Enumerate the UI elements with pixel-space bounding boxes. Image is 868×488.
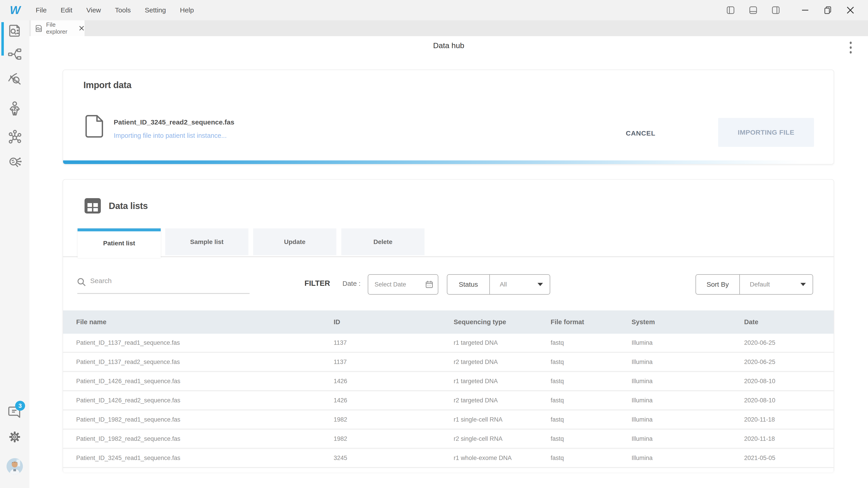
cell-sequencing-type: r1 targeted DNA xyxy=(454,372,498,390)
col-system: System xyxy=(631,311,655,334)
active-tool-indicator xyxy=(1,22,4,56)
cell-id: 1982 xyxy=(334,411,347,429)
cell-system: Illumina xyxy=(631,430,653,448)
date-filter-label: Date : xyxy=(342,280,361,287)
minimize-icon[interactable] xyxy=(801,6,810,15)
partial-row xyxy=(63,468,834,473)
status-value: All xyxy=(500,281,507,288)
chevron-down-icon xyxy=(537,283,543,286)
cell-system: Illumina xyxy=(631,334,653,352)
file-explorer-icon[interactable] xyxy=(7,23,22,37)
cell-id: 1137 xyxy=(334,334,347,352)
divider xyxy=(489,275,490,294)
cell-date: 2021-05-05 xyxy=(744,449,775,467)
cell-file-format: fastq xyxy=(551,391,564,410)
patient-analysis-icon[interactable] xyxy=(7,101,22,116)
messages-icon[interactable]: 3 xyxy=(7,404,22,419)
tabs-divider xyxy=(63,256,834,257)
panel-right-icon[interactable] xyxy=(771,6,780,15)
menu-setting[interactable]: Setting xyxy=(145,6,166,14)
importing-file-name: Patient_ID_3245_read2_sequence.fas xyxy=(114,119,235,126)
table-row[interactable]: Patient_ID_1426_read2_sequence.fas 1426 … xyxy=(63,391,834,410)
sort-by-value: Default xyxy=(750,281,770,288)
status-label: Status xyxy=(447,281,489,288)
cell-file-name: Patient_ID_1982_read1_sequence.fas xyxy=(76,411,180,429)
cell-file-name: Patient_ID_1426_read1_sequence.fas xyxy=(76,372,180,390)
chevron-down-icon xyxy=(800,283,806,286)
table-row[interactable]: Patient_ID_1982_read1_sequence.fas 1982 … xyxy=(63,411,834,429)
table-row[interactable]: Patient_ID_1982_read2_sequence.fas 1982 … xyxy=(63,430,834,448)
user-avatar[interactable] xyxy=(6,458,23,475)
tab-label: File explorer xyxy=(46,21,74,35)
cell-system: Illumina xyxy=(631,391,653,410)
cell-sequencing-type: r2 single-cell RNA xyxy=(454,430,502,448)
kebab-menu-icon[interactable] xyxy=(850,41,852,54)
tab-sample-list[interactable]: Sample list xyxy=(165,228,248,255)
table-body: Patient_ID_1137_read1_sequence.fas 1137 … xyxy=(63,334,834,473)
cell-file-format: fastq xyxy=(551,430,564,448)
file-explorer-tab-icon xyxy=(35,24,43,32)
table-row[interactable]: Patient_ID_1137_read2_sequence.fas 1137 … xyxy=(63,353,834,371)
menu-view[interactable]: View xyxy=(86,6,101,14)
panel-bottom-icon[interactable] xyxy=(749,6,758,15)
menu-bar: File Edit View Tools Setting Help xyxy=(36,6,194,14)
network-analysis-icon[interactable] xyxy=(7,130,22,144)
app-window: W File Edit View Tools Setting Help xyxy=(0,0,868,488)
cell-sequencing-type: r1 whole-exome DNA xyxy=(454,449,512,467)
importing-file-button[interactable]: IMPORTING FILE xyxy=(718,118,814,147)
app-logo: W xyxy=(0,4,29,17)
col-sequencing-type: Sequencing type xyxy=(454,311,506,334)
col-id: ID xyxy=(334,311,340,334)
cell-file-format: fastq xyxy=(551,372,564,390)
cell-system: Illumina xyxy=(631,372,653,390)
cancel-button[interactable]: CANCEL xyxy=(621,129,660,137)
cell-date: 2020-06-25 xyxy=(744,353,775,371)
import-card-title: Import data xyxy=(84,80,131,90)
table-row[interactable]: Patient_ID_1137_read1_sequence.fas 1137 … xyxy=(63,334,834,352)
tab-file-explorer[interactable]: File explorer xyxy=(31,20,85,36)
menu-tools[interactable]: Tools xyxy=(115,6,131,14)
tab-close-icon[interactable] xyxy=(79,25,85,31)
cell-file-format: fastq xyxy=(551,411,564,429)
sort-by-dropdown[interactable]: Sort By Default xyxy=(695,274,813,295)
menu-edit[interactable]: Edit xyxy=(61,6,72,14)
workflow-icon[interactable] xyxy=(7,47,22,61)
tab-delete[interactable]: Delete xyxy=(341,228,425,255)
status-filter-dropdown[interactable]: Status All xyxy=(447,274,550,295)
restore-icon[interactable] xyxy=(823,6,832,15)
cell-date: 2020-11-18 xyxy=(744,411,775,429)
window-controls xyxy=(726,6,868,15)
col-date: Date xyxy=(744,311,758,334)
import-progress-bar xyxy=(63,160,834,164)
panel-left-icon[interactable] xyxy=(726,6,735,15)
date-picker-field[interactable] xyxy=(368,274,438,295)
cell-date: 2020-08-10 xyxy=(744,372,775,390)
col-file-name: File name xyxy=(76,311,106,334)
calendar-icon[interactable] xyxy=(425,281,433,289)
table-row[interactable]: Patient_ID_3245_read1_sequence.fas 3245 … xyxy=(63,449,834,467)
sort-by-label: Sort By xyxy=(696,281,739,288)
cell-analysis-icon[interactable] xyxy=(7,155,22,169)
data-lists-title: Data lists xyxy=(109,201,148,211)
search-icon xyxy=(76,277,87,287)
divider xyxy=(739,275,740,294)
menu-help[interactable]: Help xyxy=(180,6,194,14)
cell-sequencing-type: r2 targeted DNA xyxy=(454,353,498,371)
menu-file[interactable]: File xyxy=(36,6,46,14)
cell-file-format: fastq xyxy=(551,334,564,352)
file-document-icon xyxy=(85,114,105,138)
filter-label: FILTER xyxy=(305,279,330,288)
cell-file-name: Patient_ID_1426_read2_sequence.fas xyxy=(76,391,180,410)
genome-search-icon[interactable] xyxy=(7,72,22,86)
table-row[interactable]: Patient_ID_1426_read1_sequence.fas 1426 … xyxy=(63,372,834,390)
cell-date: 2020-08-10 xyxy=(744,391,775,410)
search-input[interactable] xyxy=(90,277,240,285)
cell-file-name: Patient_ID_1137_read1_sequence.fas xyxy=(76,334,180,352)
date-input[interactable] xyxy=(374,281,420,288)
import-data-card: Import data Patient_ID_3245_read2_sequen… xyxy=(63,70,834,164)
settings-gear-icon[interactable] xyxy=(7,430,22,444)
tab-patient-list[interactable]: Patient list xyxy=(78,228,161,258)
tab-update[interactable]: Update xyxy=(253,228,336,255)
cell-date: 2020-11-18 xyxy=(744,430,775,448)
close-icon[interactable] xyxy=(846,6,855,15)
